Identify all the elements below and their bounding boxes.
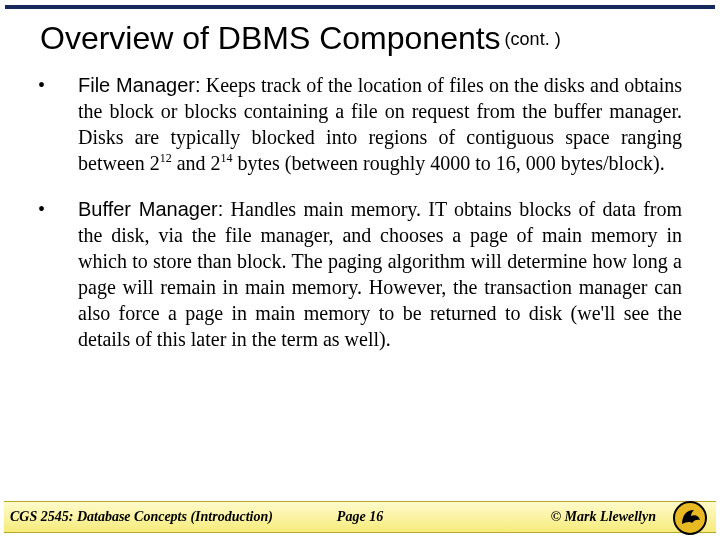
top-rule bbox=[5, 5, 715, 9]
text-fragment: bytes (between roughly 4000 to 16, 000 b… bbox=[233, 152, 665, 174]
slide-title: Overview of DBMS Components (cont. ) bbox=[40, 20, 690, 57]
bullet-text: File Manager: Keeps track of the locatio… bbox=[78, 72, 682, 176]
slide: Overview of DBMS Components (cont. ) • F… bbox=[0, 0, 720, 540]
text-fragment: Handles main memory. IT obtains blocks o… bbox=[78, 198, 682, 350]
bullet-marker: • bbox=[38, 196, 78, 352]
bullet-item: • Buffer Manager: Handles main memory. I… bbox=[38, 196, 682, 352]
slide-body: • File Manager: Keeps track of the locat… bbox=[38, 72, 682, 372]
title-cont: (cont. ) bbox=[505, 29, 561, 49]
text-fragment: and 2 bbox=[172, 152, 221, 174]
term-buffer-manager: Buffer Manager: bbox=[78, 198, 223, 220]
footer-course: CGS 2545: Database Concepts (Introductio… bbox=[4, 509, 273, 525]
ucf-pegasus-logo-icon bbox=[672, 500, 708, 536]
superscript: 12 bbox=[160, 151, 172, 165]
footer-bar: CGS 2545: Database Concepts (Introductio… bbox=[4, 501, 716, 533]
bullet-marker: • bbox=[38, 72, 78, 176]
bullet-item: • File Manager: Keeps track of the locat… bbox=[38, 72, 682, 176]
footer-page: Page 16 bbox=[337, 509, 383, 525]
term-file-manager: File Manager: bbox=[78, 74, 201, 96]
bullet-text: Buffer Manager: Handles main memory. IT … bbox=[78, 196, 682, 352]
title-main: Overview of DBMS Components bbox=[40, 20, 501, 56]
superscript: 14 bbox=[221, 151, 233, 165]
